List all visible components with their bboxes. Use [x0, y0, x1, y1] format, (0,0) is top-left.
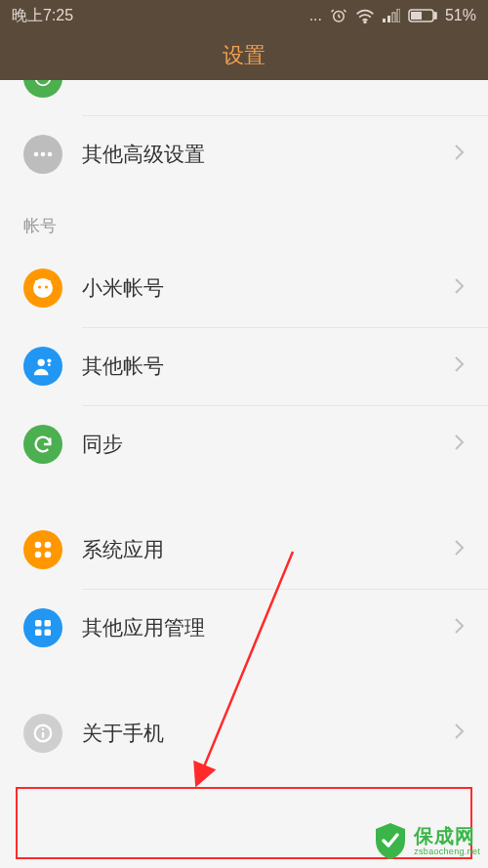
svg-point-11	[41, 152, 46, 157]
svg-rect-8	[411, 12, 422, 20]
svg-rect-24	[35, 620, 42, 627]
svg-point-16	[35, 280, 39, 284]
sync-icon	[23, 425, 62, 464]
mi-account-icon	[23, 269, 62, 308]
svg-point-21	[45, 542, 52, 549]
row-sync[interactable]: 同步	[0, 405, 488, 483]
svg-rect-26	[35, 630, 42, 637]
header: 设置	[0, 31, 488, 80]
status-bar: 晚上7:25 ... 51%	[0, 0, 488, 31]
row-system-apps[interactable]: 系统应用	[0, 511, 488, 589]
status-icons: ... 51%	[309, 7, 476, 24]
svg-rect-25	[45, 620, 52, 627]
row-other-accounts[interactable]: 其他帐号	[0, 327, 488, 405]
svg-point-19	[47, 358, 51, 362]
row-label: 其他应用管理	[82, 614, 453, 641]
svg-point-23	[45, 552, 52, 558]
svg-point-9	[36, 80, 51, 85]
watermark-shield-icon	[373, 821, 408, 860]
more-settings-icon	[23, 135, 62, 174]
svg-point-15	[45, 285, 48, 288]
battery-icon	[408, 9, 437, 22]
row-label: 儿童模式	[82, 80, 453, 82]
svg-point-12	[48, 152, 53, 157]
other-accounts-icon	[23, 347, 62, 386]
system-apps-icon	[23, 530, 62, 569]
settings-list[interactable]: 儿童模式 其他高级设置 帐号 小米帐号 其他帐号	[0, 80, 488, 868]
svg-rect-3	[387, 16, 390, 22]
svg-point-1	[364, 21, 366, 23]
chevron-right-icon	[453, 354, 465, 378]
svg-rect-7	[434, 13, 436, 19]
row-label: 系统应用	[82, 536, 453, 563]
row-child-mode[interactable]: 儿童模式	[0, 80, 488, 115]
svg-point-14	[38, 285, 41, 288]
chevron-right-icon	[453, 616, 465, 640]
other-apps-icon	[23, 608, 62, 647]
svg-point-18	[38, 359, 45, 366]
chevron-right-icon	[453, 276, 465, 300]
row-advanced-settings[interactable]: 其他高级设置	[0, 115, 488, 193]
more-icon: ...	[309, 7, 322, 24]
watermark-text-cn: 保成网	[414, 826, 480, 846]
svg-point-10	[34, 152, 39, 157]
svg-point-20	[35, 542, 42, 549]
battery-percent: 51%	[445, 7, 476, 24]
row-label: 其他高级设置	[82, 141, 453, 168]
row-other-apps[interactable]: 其他应用管理	[0, 589, 488, 667]
row-about-phone[interactable]: 关于手机	[0, 694, 488, 772]
child-mode-icon	[23, 80, 62, 98]
svg-rect-27	[45, 630, 52, 637]
row-mi-account[interactable]: 小米帐号	[0, 249, 488, 327]
signal-icon	[383, 9, 400, 22]
status-time: 晚上7:25	[12, 6, 73, 26]
chevron-right-icon	[453, 538, 465, 561]
wifi-icon	[355, 8, 375, 23]
svg-point-22	[35, 552, 42, 558]
row-label: 其他帐号	[82, 352, 453, 380]
svg-rect-4	[392, 13, 395, 22]
chevron-right-icon	[453, 433, 465, 456]
section-accounts: 帐号	[0, 193, 488, 249]
alarm-icon	[330, 7, 347, 24]
watermark-text-en: zsbaocheng.net	[414, 847, 480, 856]
svg-point-17	[47, 280, 51, 284]
svg-rect-5	[397, 9, 400, 22]
chevron-right-icon	[453, 143, 465, 166]
row-label: 关于手机	[82, 720, 453, 747]
svg-point-30	[42, 728, 44, 730]
page-title: 设置	[223, 41, 265, 70]
chevron-right-icon	[453, 722, 465, 745]
info-icon	[23, 714, 62, 753]
watermark: 保成网 zsbaocheng.net	[369, 817, 484, 864]
svg-rect-2	[383, 19, 386, 22]
row-label: 同步	[82, 431, 453, 458]
row-label: 小米帐号	[82, 274, 453, 302]
